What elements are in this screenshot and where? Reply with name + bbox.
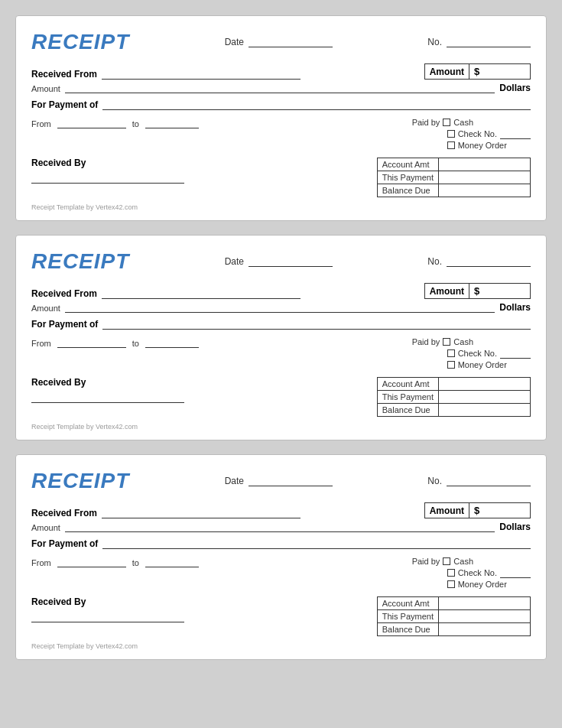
account-row-1: This Payment [377,610,530,623]
account-row-value-1[interactable] [439,171,531,184]
from-label: From [31,119,51,128]
amount-label: Amount [425,64,469,79]
date-label: Date [225,37,244,47]
payment-of-row: For Payment of [31,538,531,549]
moneyorder-checkbox[interactable] [447,580,455,588]
paidby-group: Paid by Cash Check No. Money Order [412,337,531,369]
account-row-0: Account Amt [377,597,530,610]
from-label: From [31,339,51,348]
receipt-header: RECEIPT Date No. [31,249,531,274]
receipt-title: RECEIPT [31,469,129,493]
moneyorder-checkbox[interactable] [447,361,455,369]
paidby-group: Paid by Cash Check No. Money Order [412,118,531,150]
payment-of-input[interactable] [102,99,531,110]
account-row-label-0: Account Amt [377,378,438,391]
cash-checkbox[interactable] [443,119,450,126]
amount-words-row: Amount Dollars [31,522,531,532]
amount-words-row: Amount Dollars [31,302,531,313]
checkno-checkbox[interactable] [447,130,455,138]
date-input[interactable] [249,256,333,267]
to-input[interactable] [145,337,199,348]
date-input[interactable] [249,37,333,47]
checkno-label: Check No. [458,349,497,358]
received-by-input[interactable] [31,392,184,403]
cash-label: Cash [453,337,473,346]
received-by-label: Received By [31,596,184,607]
account-row-value-0[interactable] [439,158,531,171]
paidby-checkno-row: Check No. [412,348,531,359]
account-row-value-0[interactable] [439,378,531,391]
from-input[interactable] [57,337,126,348]
paidby-group: Paid by Cash Check No. Money Order [412,557,531,589]
received-from-input[interactable] [102,288,300,299]
no-label: No. [427,476,442,486]
received-from-input[interactable] [102,508,300,518]
checkno-input[interactable] [500,567,531,578]
moneyorder-checkbox[interactable] [447,141,455,149]
checkno-input[interactable] [500,128,531,139]
received-from-group: Received From [31,508,300,518]
moneyorder-label: Money Order [458,580,507,589]
no-input[interactable] [447,476,531,486]
payment-of-input[interactable] [102,319,531,330]
account-row-label-2: Balance Due [377,623,438,636]
no-input[interactable] [447,256,531,267]
amount-dollar-sign: $ [469,284,530,298]
date-input[interactable] [249,476,333,486]
received-by-input[interactable] [31,173,184,184]
account-row-value-2[interactable] [439,184,531,197]
no-input[interactable] [447,37,531,47]
to-input[interactable] [145,557,199,567]
account-row-value-2[interactable] [439,404,531,417]
amount-words-input[interactable] [65,302,495,313]
receipt-header: RECEIPT Date No. [31,30,531,54]
from-to-group: From to [31,557,199,567]
account-row-value-2[interactable] [439,623,531,636]
from-input[interactable] [57,557,126,567]
account-row-2: Balance Due [377,404,530,417]
amount-words-row: Amount Dollars [31,83,531,93]
moneyorder-label: Money Order [458,141,507,150]
amount-words-input[interactable] [65,522,495,532]
receipt-footer: Receipt Template by Vertex42.com [31,642,531,650]
from-input[interactable] [57,118,126,128]
from-to-paidby-row: From to Paid by Cash Check No. [31,337,531,369]
account-row-value-1[interactable] [439,391,531,404]
paid-by-label: Paid by [412,337,440,346]
date-label: Date [225,476,244,486]
no-label: No. [427,256,442,267]
payment-of-input[interactable] [102,538,531,549]
cash-checkbox[interactable] [443,557,450,565]
checkno-checkbox[interactable] [447,349,455,357]
dollars-label: Dollars [499,302,531,313]
received-by-input[interactable] [31,612,184,622]
from-to-paidby-row: From to Paid by Cash Check No. [31,118,531,150]
amount-label: Amount [425,284,469,298]
account-row-value-0[interactable] [439,597,531,610]
no-field-group: No. [427,476,531,486]
account-row-value-1[interactable] [439,610,531,623]
paidby-header-row: Paid by Cash [412,557,531,566]
amount-words-input[interactable] [65,83,495,93]
dollars-label: Dollars [499,522,531,532]
account-row-0: Account Amt [377,158,530,171]
account-row-label-2: Balance Due [377,184,438,197]
received-from-input[interactable] [102,69,300,80]
payment-of-row: For Payment of [31,319,531,330]
date-field-group: Date [225,476,333,486]
to-label: to [132,339,139,348]
to-input[interactable] [145,118,199,128]
paidby-header-row: Paid by Cash [412,118,531,127]
cash-checkbox[interactable] [443,338,450,346]
account-table: Account Amt This Payment Balance Due [377,377,531,417]
received-by-group: Received By [31,158,184,184]
account-row-2: Balance Due [377,184,530,197]
account-row-label-1: This Payment [377,610,438,623]
checkno-checkbox[interactable] [447,569,455,577]
amount-words-label: Amount [31,304,60,313]
paidby-checkno-row: Check No. [412,567,531,578]
amount-dollar-sign: $ [469,64,530,79]
to-label: to [132,119,139,128]
no-field-group: No. [427,256,531,267]
checkno-input[interactable] [500,348,531,359]
